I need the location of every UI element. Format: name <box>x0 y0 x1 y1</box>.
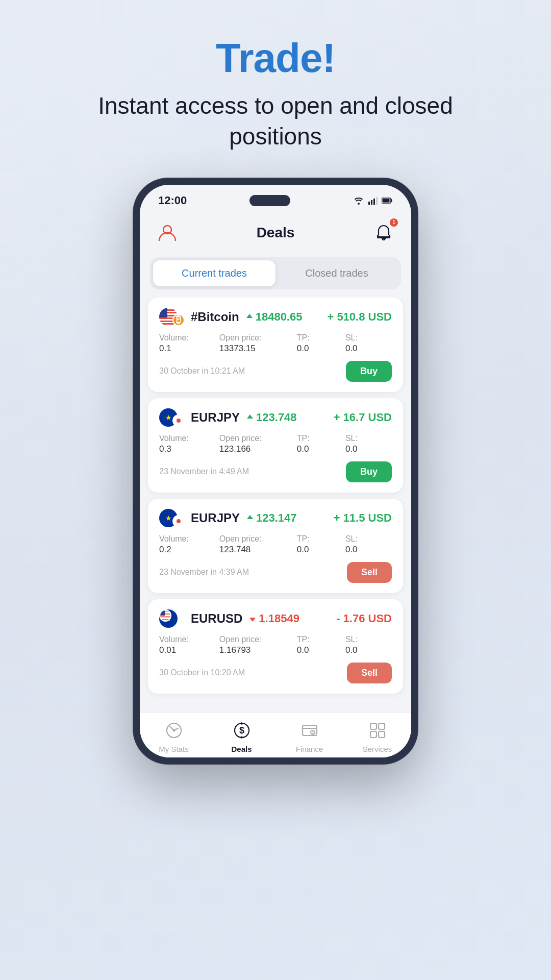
nav-item-finance[interactable]: $ Finance <box>276 719 343 753</box>
status-bar: 12:00 <box>140 185 411 212</box>
status-icons <box>353 197 393 205</box>
open-price-label: Open price: <box>219 333 295 342</box>
trade-footer: 30 October in 10:21 AM Buy <box>159 361 392 382</box>
trade-card: ★ EURJPY 123.147 + 11.5 USD <box>148 499 403 593</box>
trade-pnl: + 510.8 USD <box>327 310 392 324</box>
nav-label-stats: My Stats <box>159 745 188 753</box>
us-flag-small <box>159 609 171 622</box>
trade-details: Volume: 0.2 Open price: 123.748 TP: 0.0 <box>159 534 392 555</box>
status-notch <box>249 195 290 206</box>
nav-item-services[interactable]: Services <box>343 719 411 753</box>
volume-value: 0.3 <box>159 444 217 454</box>
jp-flag <box>172 515 185 527</box>
trade-flag-eurjpy: ★ <box>159 408 185 427</box>
phone-wrapper: 12:00 <box>133 178 418 765</box>
svg-rect-6 <box>383 199 390 202</box>
sl-value: 0.0 <box>345 645 392 655</box>
sl-label: SL: <box>345 434 392 443</box>
battery-icon <box>382 198 393 204</box>
sl-label: SL: <box>345 333 392 342</box>
wifi-icon <box>353 197 364 205</box>
volume-value: 0.1 <box>159 344 217 354</box>
trade-symbol: EURJPY <box>191 511 240 525</box>
phone-frame: 12:00 <box>133 178 418 765</box>
trade-card: ★ EURUSD 1.18549 - 1.76 USD <box>148 599 403 694</box>
trade-card: ★ EURJPY 123.748 + 16.7 USD <box>148 398 403 493</box>
volume-value: 0.01 <box>159 645 217 655</box>
trade-header: ★ EURUSD 1.18549 - 1.76 USD <box>159 609 392 628</box>
arrow-down-icon <box>248 615 257 623</box>
trade-pnl: + 16.7 USD <box>334 411 392 424</box>
volume-value: 0.2 <box>159 545 217 555</box>
tp-label: TP: <box>297 534 343 544</box>
sl-value: 0.0 <box>345 545 392 555</box>
btc-icon: ₿ <box>172 314 185 326</box>
trade-date: 23 November in 4:39 AM <box>159 568 249 577</box>
trade-left: ★ EURJPY 123.147 <box>159 509 297 527</box>
finance-nav-icon: $ <box>298 719 321 742</box>
header-title: Deals <box>257 225 295 241</box>
sell-button[interactable]: Sell <box>347 562 392 583</box>
svg-rect-2 <box>371 200 372 205</box>
nav-label-deals: Deals <box>231 745 252 753</box>
services-icon <box>368 721 387 740</box>
volume-label: Volume: <box>159 333 217 342</box>
arrow-up-icon <box>246 413 254 422</box>
trade-details: Volume: 0.3 Open price: 123.166 TP: 0.0 <box>159 434 392 454</box>
tabs-container: Current trades Closed trades <box>150 257 401 289</box>
trade-flag-eurusd: ★ <box>159 609 185 628</box>
tab-closed-trades[interactable]: Closed trades <box>276 260 398 286</box>
app-header: Deals 1 <box>140 212 411 253</box>
buy-button[interactable]: Buy <box>346 461 392 482</box>
buy-button[interactable]: Buy <box>346 361 392 382</box>
trade-header: ★ EURJPY 123.147 + 11.5 USD <box>159 509 392 527</box>
tp-label: TP: <box>297 635 343 644</box>
svg-rect-3 <box>373 199 375 205</box>
trade-footer: 30 October in 10:20 AM Sell <box>159 663 392 683</box>
volume-label: Volume: <box>159 434 217 443</box>
sl-label: SL: <box>345 635 392 644</box>
trade-card: ₿ #Bitcoin 18480.65 + 510.8 USD Vo <box>148 298 403 392</box>
tp-value: 0.0 <box>297 344 343 354</box>
trade-date: 30 October in 10:20 AM <box>159 668 245 677</box>
svg-point-9 <box>172 729 175 731</box>
trade-symbol: #Bitcoin <box>191 310 239 324</box>
trade-details: Volume: 0.01 Open price: 1.16793 TP: 0.0 <box>159 635 392 655</box>
sl-value: 0.0 <box>345 444 392 454</box>
nav-item-deals[interactable]: $ Deals <box>208 719 276 753</box>
profile-button[interactable] <box>154 219 181 246</box>
arrow-up-icon <box>245 313 254 321</box>
svg-rect-4 <box>376 197 378 205</box>
trade-symbol: EURUSD <box>191 611 242 626</box>
trade-price: 123.748 <box>246 411 297 424</box>
trades-list: ₿ #Bitcoin 18480.65 + 510.8 USD Vo <box>140 298 411 713</box>
trade-header: ★ EURJPY 123.748 + 16.7 USD <box>159 408 392 427</box>
tp-label: TP: <box>297 333 343 342</box>
svg-rect-1 <box>368 202 370 205</box>
services-nav-icon <box>366 719 389 742</box>
sell-button[interactable]: Sell <box>347 663 392 683</box>
open-price-value: 13373.15 <box>219 344 295 354</box>
tab-current-trades[interactable]: Current trades <box>153 260 276 286</box>
nav-label-finance: Finance <box>296 745 323 753</box>
tp-value: 0.0 <box>297 444 343 454</box>
svg-rect-15 <box>370 723 377 729</box>
trade-date: 23 November in 4:49 AM <box>159 467 249 476</box>
sl-value: 0.0 <box>345 344 392 354</box>
trade-price: 123.147 <box>246 511 297 525</box>
open-price-label: Open price: <box>219 434 295 443</box>
sl-label: SL: <box>345 534 392 544</box>
page-header: Trade! Instant access to open and closed… <box>97 0 454 152</box>
nav-item-stats[interactable]: My Stats <box>140 719 208 753</box>
open-price-value: 123.166 <box>219 444 295 454</box>
open-price-label: Open price: <box>219 635 295 644</box>
page-subtitle: Instant access to open and closed positi… <box>97 91 454 152</box>
volume-label: Volume: <box>159 534 217 544</box>
trade-footer: 23 November in 4:39 AM Sell <box>159 562 392 583</box>
status-time: 12:00 <box>158 194 187 207</box>
svg-text:$: $ <box>312 731 314 734</box>
tp-value: 0.0 <box>297 545 343 555</box>
trade-flag-bitcoin: ₿ <box>159 308 185 326</box>
tp-value: 0.0 <box>297 645 343 655</box>
notification-button[interactable]: 1 <box>370 219 397 246</box>
